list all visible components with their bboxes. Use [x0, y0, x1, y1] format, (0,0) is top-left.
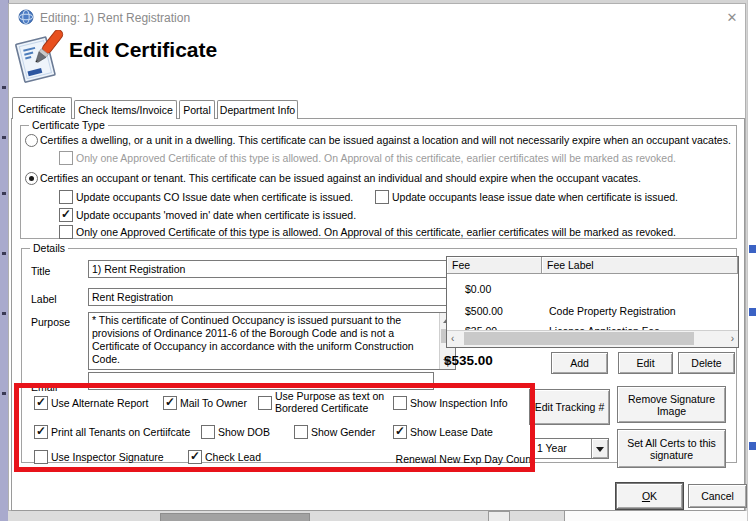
- edit-certificate-dialog: Editing: 1) Rent Registration ✕ Edit Cer…: [8, 3, 746, 511]
- scroll-thumb[interactable]: [464, 332, 694, 345]
- show-gender-checkbox[interactable]: [294, 425, 308, 439]
- background-link-fragment: [749, 245, 756, 253]
- print-all-tenants-label: Print all Tenants on Certiifcate: [51, 426, 190, 438]
- edit-button[interactable]: Edit: [618, 352, 673, 374]
- title-input[interactable]: [88, 260, 456, 278]
- details-legend: Details: [30, 242, 68, 254]
- close-icon[interactable]: ✕: [721, 8, 743, 26]
- show-inspection-info-checkbox[interactable]: [393, 396, 407, 410]
- set-all-certs-button[interactable]: Set All Certs to this signature: [617, 429, 726, 468]
- background-window-bottom: [8, 511, 756, 521]
- remove-signature-button[interactable]: Remove Signature Image: [617, 386, 726, 423]
- only-one-checkbox[interactable]: [59, 225, 73, 239]
- co-issue-label: Update occupants CO Issue date when cert…: [76, 191, 353, 203]
- renewal-new-exp-label: Renewal New Exp Day Coun: [339, 453, 531, 465]
- dwelling-radio-label: Certifies a dwelling, or a unit in a dwe…: [40, 134, 731, 146]
- fee-total: $535.00: [444, 353, 493, 368]
- scroll-right-icon[interactable]: ›: [731, 333, 734, 344]
- fee-label-column-header[interactable]: Fee Label: [542, 257, 738, 274]
- background-text-fragment: [2, 86, 6, 89]
- title-label: Title: [31, 265, 50, 277]
- chevron-down-icon[interactable]: [591, 439, 608, 458]
- tab-check-items-invoice[interactable]: Check Items/Invoice: [74, 100, 177, 119]
- use-inspector-signature-checkbox[interactable]: [34, 450, 48, 464]
- email-input[interactable]: [88, 372, 434, 390]
- show-lease-date-label: Show Lease Date: [410, 426, 493, 438]
- background-panel: [564, 511, 756, 521]
- fee-table-hscrollbar[interactable]: ‹ ›: [447, 330, 738, 347]
- background-link-fragment: [749, 308, 756, 316]
- background-link-fragment: [749, 442, 756, 450]
- use-alternate-report-label: Use Alternate Report: [51, 397, 148, 409]
- page-title: Edit Certificate: [69, 38, 217, 62]
- background-text-fragment: [2, 392, 6, 395]
- ok-button-label: OK: [642, 490, 657, 502]
- background-text-fragment: [2, 192, 6, 195]
- dwelling-radio[interactable]: [25, 134, 38, 147]
- mail-to-owner-checkbox[interactable]: [163, 396, 177, 410]
- use-inspector-signature-label: Use Inspector Signature: [51, 451, 164, 463]
- background-window-right: [747, 0, 756, 521]
- edit-tracking-button[interactable]: Edit Tracking #: [529, 389, 610, 425]
- fee-column-header[interactable]: Fee: [447, 257, 542, 274]
- show-inspection-info-label: Show Inspection Info: [410, 397, 507, 409]
- lease-issue-label: Update occupants lease issue date when c…: [392, 191, 678, 203]
- globe-icon: [18, 9, 34, 25]
- fee-cell: $0.00: [465, 283, 491, 295]
- only-one-label: Only one Approved Certificate of this ty…: [76, 226, 676, 238]
- email-label: Email: [31, 381, 57, 393]
- certificate-type-legend: Certificate Type: [29, 119, 108, 131]
- mail-to-owner-label: Mail To Owner: [180, 397, 247, 409]
- scroll-left-icon[interactable]: ‹: [451, 333, 454, 344]
- fee-table[interactable]: Fee Fee Label $0.00 $500.00 Code Propert…: [446, 256, 739, 348]
- show-dob-checkbox[interactable]: [201, 425, 215, 439]
- purpose-label: Purpose: [31, 316, 70, 328]
- background-text-fragment: [2, 312, 6, 315]
- window-title: Editing: 1) Rent Registration: [40, 11, 190, 25]
- tab-portal[interactable]: Portal: [179, 100, 215, 119]
- fee-cell: $500.00: [465, 305, 503, 317]
- cancel-button[interactable]: Cancel: [688, 484, 747, 508]
- add-button[interactable]: Add: [551, 352, 608, 374]
- duration-value: 1 Year: [537, 442, 567, 454]
- dwelling-only-one-label: Only one Approved Certificate of this ty…: [76, 152, 676, 164]
- delete-button[interactable]: Delete: [678, 352, 735, 374]
- dwelling-only-one-checkbox[interactable]: [59, 151, 73, 165]
- background-text-fragment: [2, 252, 6, 255]
- ok-button[interactable]: OK: [616, 483, 683, 509]
- print-all-tenants-checkbox[interactable]: [34, 425, 48, 439]
- certificate-pen-icon: [14, 30, 68, 84]
- screen: Editing: 1) Rent Registration ✕ Edit Cer…: [0, 0, 756, 521]
- use-purpose-text-checkbox[interactable]: [258, 396, 272, 410]
- background-widget: [488, 511, 510, 521]
- purpose-text: * This certificate of Continued Occupanc…: [92, 314, 437, 366]
- use-alternate-report-checkbox[interactable]: [34, 396, 48, 410]
- label-label: Label: [31, 293, 57, 305]
- fee-label-cell: Code Property Registration: [549, 305, 676, 317]
- lease-issue-checkbox[interactable]: [375, 190, 389, 204]
- show-gender-label: Show Gender: [311, 426, 375, 438]
- use-purpose-text-label: Use Purpose as text on Bordered Certific…: [275, 390, 393, 414]
- background-text-fragment: [2, 136, 6, 139]
- check-lead-label: Check Lead: [205, 451, 261, 463]
- tab-department-info[interactable]: Department Info: [217, 100, 298, 119]
- check-lead-checkbox[interactable]: [188, 450, 202, 464]
- show-lease-date-checkbox[interactable]: [393, 425, 407, 439]
- duration-dropdown[interactable]: 1 Year: [532, 438, 609, 459]
- occupant-radio-label: Certifies an occupant or tenant. This ce…: [40, 172, 641, 184]
- purpose-textarea[interactable]: * This certificate of Continued Occupanc…: [88, 312, 456, 370]
- occupant-radio[interactable]: [25, 172, 38, 185]
- moved-in-label: Update occupants 'moved in' date when ce…: [76, 209, 356, 221]
- co-issue-checkbox[interactable]: [59, 190, 73, 204]
- moved-in-checkbox[interactable]: [59, 208, 73, 222]
- tab-certificate[interactable]: Certificate: [12, 97, 72, 119]
- show-dob-label: Show DOB: [218, 426, 270, 438]
- background-scrollbar: [160, 513, 310, 521]
- label-input[interactable]: [88, 288, 456, 306]
